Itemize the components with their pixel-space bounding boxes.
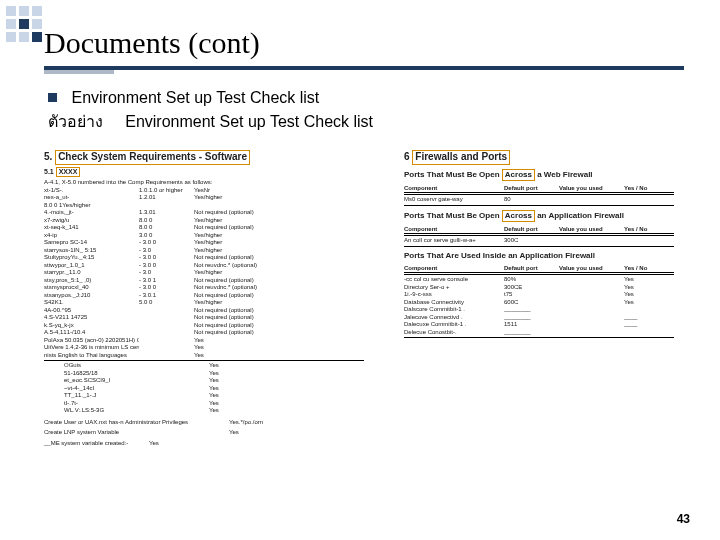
table-row: OGuisYes (44, 362, 364, 370)
table-row: tI-.7t-Yes (44, 400, 364, 408)
table-row: 4.-mois,_jt-1.3.01Not required (optional… (44, 209, 364, 217)
subsection-5-1: 5.1 XXXX (44, 167, 364, 178)
table-row: xt-1/S-.1.0.1.0 or higherYesNr (44, 187, 364, 195)
table-row: 4.S-V211 14725Not required (optional) (44, 314, 364, 322)
table-row: k.S-yq_k-jxNot required (optional) (44, 322, 364, 330)
page-title: Documents (cont) (44, 26, 260, 60)
section-6-title: 6 Firewalls and Ports (404, 150, 674, 165)
table-row: Delecue Conostbit-.________ (404, 329, 674, 337)
table-row: Ms0 coservr gate-way80 (404, 196, 674, 204)
table-row: stsy,pros_5:1_ ,0)- 3.0 1Not required (o… (44, 277, 364, 285)
table-row: A.5-4,111-/10.4Not required (optional) (44, 329, 364, 337)
title-underline (44, 66, 684, 70)
locale-table: OGuisYes51-16825/18Yeset_eoc.SCSCI9_lYes… (44, 362, 364, 415)
software-table: xt-1/S-.1.0.1.0 or higherYesNrnes-a_ut-1… (44, 187, 364, 360)
bullet-list: Environment Set up Test Check list ตัวอย… (48, 86, 373, 134)
checklist-figure: 5. Check System Requirements - Software … (44, 150, 684, 490)
table-row: 51-16825/18Yes (44, 370, 364, 378)
table-row: Samepro SC-14- 3.0 0Yes/higher (44, 239, 364, 247)
bullet-icon (48, 93, 57, 102)
table-row: Dalecuxe Commitbit-1 .1511____ (404, 321, 674, 329)
table-row: Database Connectivity600CYes (404, 299, 674, 307)
section-5-title-text: Check System Requirements - Software (55, 150, 250, 165)
table-row: Jalecove Connectivd .____________ (404, 314, 674, 322)
table-row: starrypr._11.0- 3.0Yes/higher (44, 269, 364, 277)
app-firewall-table: An coll cor serve gulli-w-a+300C (404, 237, 674, 247)
section-5: 5. Check System Requirements - Software … (44, 150, 364, 447)
table-header: Component Default port Value you used Ye… (404, 265, 674, 274)
bullet-item-2: ตัวอย่าง Environment Set up Test Check l… (48, 110, 373, 134)
table-row: 4A-00.^95Not required (optional) (44, 307, 364, 315)
table-row: stsmysprocxl_40- 3.0 0Not reuvdnc.* (opt… (44, 284, 364, 292)
bullet-text-2: Environment Set up Test Check list (125, 113, 373, 130)
app-firewall-heading: Ports That Must Be Open Across an Applic… (404, 210, 674, 222)
table-row: TT_11._1-.JYes (44, 392, 364, 400)
inside-firewall-heading: Ports That Are Used Inside an Applicatio… (404, 251, 674, 261)
table-row: PolAxa 50.035 (acn-0) 2202051H) Q8 paloh… (44, 337, 364, 345)
web-firewall-table: Ms0 coservr gate-way80 (404, 196, 674, 206)
table-row: 1i.-9-c-ssst75Yes (404, 291, 674, 299)
table-row: sttwypor_1.0_1- 3.0 0Not reuvdnc.* (opti… (44, 262, 364, 270)
web-firewall-heading: Ports That Must Be Open Across a Web Fir… (404, 169, 674, 181)
table-row: nes-a_ut-1.2.01Yes/higher (44, 194, 364, 202)
section-6: 6 Firewalls and Ports Ports That Must Be… (404, 150, 674, 339)
env-created-row: __ME system variable created:- Yes (44, 440, 364, 448)
table-row: stsanypos._J:J10- 3.0.1Not required (opt… (44, 292, 364, 300)
create-user-row: Create User or UAX.nxt has-n Administrat… (44, 419, 364, 427)
bullet-text-1: Environment Set up Test Check list (71, 89, 319, 106)
create-env-row: Create LNP system Variable Yes (44, 429, 364, 437)
table-header: Component Default port Value you used Ye… (404, 226, 674, 235)
slide: Documents (cont) Environment Set up Test… (0, 0, 720, 540)
table-row: S42K1.5.0 0Yes/higher (44, 299, 364, 307)
section-5-intro: A-4.1, X-5.0 numbered into the Comp Requ… (44, 179, 364, 187)
table-row: et_eoc.SCSCI9_lYes (44, 377, 364, 385)
table-row: -cc col cu serve console80%Yes (404, 276, 674, 284)
table-row: x7-zwig/u8.0 0Yes/higher (44, 217, 364, 225)
table-row: nists English to Thai languagesYes (44, 352, 364, 360)
table-row: ~vt-4-_14cIYes (44, 385, 364, 393)
table-row: starrysos-1IN_ 5:15- 3.0Yes/higher (44, 247, 364, 255)
table-row: Directory Ser-o +300CEYes (404, 284, 674, 292)
corner-decoration (6, 6, 42, 42)
table-row: StultyproyYu._4:15- 3.0 0Not required (o… (44, 254, 364, 262)
section-5-title: 5. Check System Requirements - Software (44, 150, 364, 165)
table-row: UitVere 1.4,2-36 is minimum LS cerulean … (44, 344, 364, 352)
table-row: xt-seq-k_1418.0 0Not required (optional) (44, 224, 364, 232)
table-row: x4-ip3.0 0Yes/higher (44, 232, 364, 240)
table-row: Dalscore Commitbit-1 .________ (404, 306, 674, 314)
table-row: 8.0 0 1Yes/higher (44, 202, 364, 210)
title-accent (44, 70, 114, 74)
section-6-title-text: Firewalls and Ports (412, 150, 510, 165)
bullet-item-1: Environment Set up Test Check list (48, 86, 373, 110)
page-number: 43 (677, 512, 690, 526)
inside-firewall-table: -cc col cu serve console80%YesDirectory … (404, 276, 674, 338)
bullet-example-label: ตัวอย่าง (48, 113, 103, 130)
table-header: Component Default port Value you used Ye… (404, 185, 674, 194)
table-row: An coll cor serve gulli-w-a+300C (404, 237, 674, 245)
table-row: WL.V:.LS:5-3GYes (44, 407, 364, 415)
